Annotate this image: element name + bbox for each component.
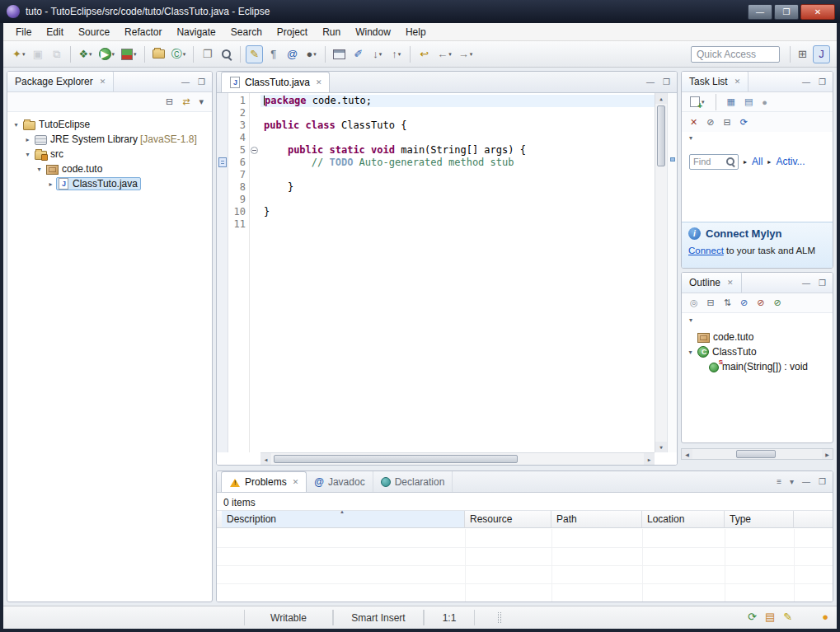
sort-button[interactable]: ⇅ — [722, 297, 733, 309]
code-text-area[interactable]: package code.tuto;public class ClassTuto… — [260, 93, 655, 452]
filters-icon[interactable]: ≡ — [777, 477, 781, 486]
right-column-scrollbar[interactable]: ◀ ▶ — [681, 448, 833, 460]
maximize-view-button[interactable]: ❐ — [198, 77, 205, 87]
debug-button[interactable]: ❖▾ — [76, 45, 94, 63]
hide-non-public-button[interactable]: ⊘ — [772, 297, 782, 309]
editor-horizontal-scrollbar[interactable]: ◀ ▶ — [260, 452, 655, 465]
code-line[interactable] — [260, 194, 655, 206]
scroll-down-icon[interactable]: ▼ — [655, 442, 667, 452]
code-line[interactable]: public static void main(String[] args) { — [260, 144, 655, 157]
mark-occurrences-button[interactable]: ✎ — [246, 45, 263, 63]
menu-file[interactable]: File — [8, 25, 39, 40]
window-close-button[interactable]: ✕ — [800, 4, 835, 20]
code-line[interactable]: public class ClassTuto { — [260, 119, 655, 132]
vertical-scrollbar-thumb[interactable] — [657, 105, 665, 166]
menu-navigate[interactable]: Navigate — [169, 25, 223, 40]
java-perspective-button[interactable]: J — [813, 45, 830, 63]
task-find-input[interactable] — [690, 157, 725, 166]
delete-task-button[interactable]: ✕ — [688, 116, 699, 129]
collapse-arrow-icon[interactable]: ▾ — [34, 166, 45, 173]
tree-item-code-tuto[interactable]: code.tuto — [682, 330, 833, 344]
presentation-menu-button[interactable]: ● — [760, 96, 769, 108]
code-line[interactable]: } — [260, 181, 655, 194]
view-menu-icon[interactable]: ▾ — [790, 477, 794, 486]
tree-item-jre-system-library[interactable]: ▸JRE System Library[JavaSE-1.8] — [7, 132, 212, 147]
tab-javadoc[interactable]: @Javadoc — [307, 471, 373, 492]
collapse-fold-icon[interactable] — [251, 147, 258, 154]
tab-task-list[interactable]: Task List ✕ — [682, 71, 748, 91]
tree-item-main-string-void[interactable]: main(String[]) : void — [682, 359, 833, 374]
tab-problems[interactable]: Problems✕ — [221, 471, 307, 492]
column-path[interactable]: Path — [551, 511, 642, 527]
new-task-button[interactable]: ▾ — [688, 96, 706, 108]
problems-table-body[interactable] — [217, 529, 833, 602]
scrollbar-thumb[interactable] — [736, 450, 776, 458]
menu-refactor[interactable]: Refactor — [117, 25, 169, 40]
column-type[interactable]: Type — [725, 511, 794, 527]
collapse-arrow-icon[interactable]: ▾ — [22, 151, 33, 158]
tree-item-src[interactable]: ▾src — [7, 147, 212, 162]
back-button[interactable]: ←▾ — [434, 45, 454, 63]
collapse-all-button[interactable]: ⊟ — [721, 116, 732, 129]
maximize-editor-button[interactable]: ❐ — [663, 77, 670, 87]
collapse-all-button[interactable]: ⊟ — [164, 96, 175, 108]
expand-arrow-icon[interactable]: ▸ — [45, 180, 56, 188]
synchronize-status-icon[interactable]: ⟳ — [748, 611, 757, 623]
open-type-button[interactable]: ❐ — [199, 45, 216, 63]
last-edit-location-button[interactable]: ↩ — [415, 45, 433, 63]
block-selection-button[interactable]: ✐ — [350, 45, 367, 63]
task-overview-marker[interactable] — [670, 157, 675, 162]
open-console-button[interactable] — [331, 45, 348, 63]
expand-arrow-icon[interactable]: ▸ — [22, 136, 33, 143]
previous-annotation-button[interactable]: ↑▾ — [387, 45, 405, 63]
code-line[interactable] — [260, 218, 655, 231]
task-scope-activated-link[interactable]: Activ... — [776, 156, 805, 167]
show-whitespace-button[interactable]: ¶ — [265, 45, 282, 63]
next-annotation-button[interactable]: ↓▾ — [368, 45, 386, 63]
maximize-view-button[interactable]: ❐ — [819, 477, 826, 486]
menu-help[interactable]: Help — [398, 25, 434, 40]
hide-static-members-button[interactable]: ⊘ — [755, 297, 766, 309]
window-maximize-button[interactable]: ❐ — [774, 4, 799, 20]
hide-fields-button[interactable]: ⊘ — [739, 297, 749, 309]
tab-declaration[interactable]: Declaration — [373, 471, 453, 492]
new-java-project-button[interactable] — [150, 45, 167, 63]
search-button[interactable] — [218, 45, 235, 63]
focus-active-task-button[interactable]: ◎ — [688, 297, 700, 309]
minimize-view-button[interactable]: — — [802, 77, 810, 87]
window-minimize-button[interactable]: — — [748, 4, 772, 20]
column-resource[interactable]: Resource — [465, 511, 551, 527]
menu-run[interactable]: Run — [315, 25, 348, 40]
tree-item-code-tuto[interactable]: ▾code.tuto — [7, 162, 212, 176]
menu-edit[interactable]: Edit — [39, 25, 71, 40]
tree-item-classtuto-java[interactable]: ▸ClassTuto.java — [7, 176, 212, 191]
view-menu-button[interactable]: ▾ — [197, 96, 205, 108]
categorized-presentation-button[interactable]: ▦ — [725, 96, 737, 108]
synchronize-button[interactable]: ⟳ — [739, 116, 749, 129]
minimize-view-button[interactable]: — — [802, 477, 810, 486]
collapse-arrow-icon[interactable]: ▾ — [11, 121, 21, 129]
task-scope-all-link[interactable]: All — [752, 156, 763, 167]
maximize-view-button[interactable]: ❐ — [819, 279, 826, 288]
close-icon[interactable]: ✕ — [293, 478, 299, 486]
tab-package-explorer[interactable]: Package Explorer ✕ — [7, 71, 114, 91]
code-line[interactable]: package code.tuto; — [260, 95, 655, 107]
open-javadoc-wizard-button[interactable]: @ — [284, 45, 301, 63]
column-filler[interactable] — [794, 511, 833, 527]
editor-vertical-scrollbar[interactable]: ▲ ▼ — [655, 93, 667, 452]
filter-completed-button[interactable]: ⊘ — [705, 116, 716, 129]
link-with-editor-button[interactable]: ⇄ — [181, 96, 191, 108]
scroll-up-icon[interactable]: ▲ — [655, 93, 667, 104]
collapse-arrow-icon[interactable]: ▾ — [685, 349, 696, 356]
mylyn-connect-link[interactable]: Connect — [688, 246, 724, 255]
menu-source[interactable]: Source — [71, 25, 117, 40]
code-line[interactable] — [260, 169, 655, 181]
close-icon[interactable]: ✕ — [100, 77, 106, 86]
tab-outline[interactable]: Outline ✕ — [682, 272, 742, 293]
menu-window[interactable]: Window — [348, 25, 398, 40]
run-button[interactable]: ▶▾ — [96, 45, 118, 63]
column-location[interactable]: Location — [642, 511, 725, 527]
code-line[interactable] — [260, 107, 655, 119]
scheduled-presentation-button[interactable]: ▤ — [743, 96, 754, 108]
tree-item-classtuto[interactable]: ▾ClassTuto — [682, 344, 833, 359]
